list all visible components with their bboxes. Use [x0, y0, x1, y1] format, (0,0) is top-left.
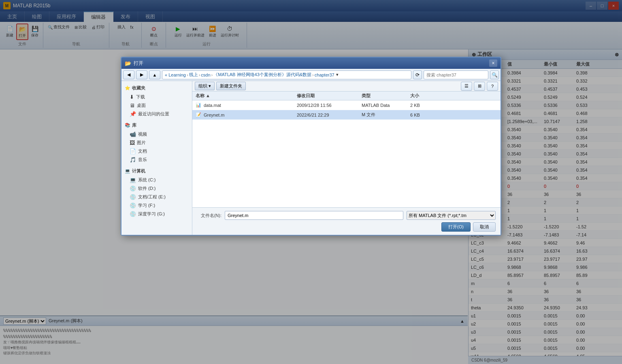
datamat-name: data.mat [204, 103, 221, 108]
dialog-bottom: 文件名(N): 所有 MATLAB 文件 (*.rpt;*.tm 打开(O) 取… [192, 207, 501, 235]
sidebar-item-desktop[interactable]: 🖥 桌面 [121, 101, 192, 110]
c-drive-icon: 💻 [130, 177, 136, 183]
sidebar-section-favorites: ⭐ 收藏夹 [121, 83, 192, 93]
sidebar-item-recent[interactable]: 📌 最近访问的位置 [121, 110, 192, 118]
favorites-label: 收藏夹 [132, 85, 145, 91]
file-cell-name-datamat: 📊 data.mat [192, 102, 294, 108]
dfh-name[interactable]: 名称 ▲ [192, 93, 294, 99]
sidebar-item-downloads[interactable]: ⬇ 下载 [121, 93, 192, 101]
f-drive-icon: 💿 [130, 202, 136, 209]
c-drive-label: 系统 (C:) [138, 177, 156, 183]
path-sep-3: › [211, 72, 213, 77]
music-icon: 🎵 [130, 157, 136, 163]
filename-label: 文件名(N): [197, 213, 222, 219]
pictures-icon: 🖼 [130, 140, 135, 146]
file-cell-type-greynet: M 文件 [358, 112, 407, 118]
path-segment-learning[interactable]: « Learning [165, 72, 186, 77]
pictures-label: 图片 [137, 140, 146, 146]
dialog-title: 打开 [134, 60, 489, 67]
filetype-select[interactable]: 所有 MATLAB 文件 (*.rpt;*.tm [407, 211, 496, 220]
file-cell-name-greynet: 📝 Greynet.m [192, 112, 294, 117]
path-segment-book[interactable]: 《MATLAB 神经网络43个案例分析》源代码&数据 [213, 72, 311, 78]
computer-label: 计算机 [132, 168, 145, 174]
dialog-path-bar: « Learning › 线上 › csdn › 《MATLAB 神经网络43个… [162, 70, 411, 79]
sidebar-item-video[interactable]: 📹 视频 [121, 130, 192, 138]
dialog-navbar: ◀ ▶ ▲ « Learning › 线上 › csdn › 《MATLAB 神… [121, 69, 501, 81]
sidebar-item-g[interactable]: 💿 深度学习 (G:) [121, 210, 192, 218]
file-cell-date-datamat: 2009/12/28 11:56 [294, 103, 358, 108]
f-drive-label: 学习 (F:) [138, 202, 155, 209]
dialog-cancel-button[interactable]: 取消 [473, 222, 496, 232]
dfh-type[interactable]: 类型 [358, 93, 407, 99]
view-buttons: ☰ ⊞ ? [461, 82, 498, 91]
dialog-titlebar: 📂 打开 × [121, 57, 501, 69]
dialog-search-button[interactable]: 🔍 [490, 70, 499, 79]
file-cell-size-datamat: 2 KB [407, 103, 439, 108]
dialog-sidebar: ⭐ 收藏夹 ⬇ 下载 🖥 桌面 📌 最近访问的位置 📚 [121, 81, 192, 235]
sidebar-item-documents[interactable]: 📄 文档 [121, 147, 192, 155]
datamat-icon: 📊 [196, 102, 201, 108]
sidebar-section-library: 📚 库 [121, 121, 192, 130]
dialog-folder-icon: 📂 [125, 60, 131, 66]
path-sep-2: › [199, 72, 200, 77]
dfh-date[interactable]: 修改日期 [294, 93, 358, 99]
library-label: 库 [132, 122, 136, 128]
greynet-icon: 📝 [196, 112, 201, 117]
dialog-refresh-button[interactable]: ⟳ [413, 70, 422, 79]
dialog-open-button[interactable]: 打开(O) [441, 222, 471, 232]
new-folder-button[interactable]: 新建文件夹 [216, 82, 246, 90]
sidebar-item-f[interactable]: 💿 学习 (F:) [121, 201, 192, 210]
file-row-greynet[interactable]: 📝 Greynet.m 2022/6/21 22:29 M 文件 6 KB [192, 110, 501, 120]
downloads-label: 下载 [136, 94, 145, 100]
view-list-button[interactable]: ☰ [461, 82, 472, 91]
video-label: 视频 [138, 131, 147, 137]
path-dropdown-icon[interactable]: ▾ [336, 72, 339, 77]
dialog-action-buttons: 打开(O) 取消 [441, 222, 496, 232]
file-cell-date-greynet: 2022/6/21 22:29 [294, 113, 358, 117]
dfh-size[interactable]: 大小 [407, 93, 439, 99]
dialog-close-button[interactable]: × [489, 60, 497, 67]
filename-row: 文件名(N): 所有 MATLAB 文件 (*.rpt;*.tm [197, 211, 496, 220]
path-sep-4: › [312, 72, 314, 77]
desktop-label: 桌面 [137, 102, 146, 109]
path-segment-online[interactable]: 线上 [189, 72, 198, 78]
sidebar-item-pictures[interactable]: 🖼 图片 [121, 138, 192, 147]
library-icon: 📚 [125, 123, 130, 128]
file-cell-type-datamat: MATLAB Data [358, 103, 407, 108]
dialog-body: ⭐ 收藏夹 ⬇ 下载 🖥 桌面 📌 最近访问的位置 📚 [121, 81, 501, 235]
favorites-icon: ⭐ [125, 85, 130, 91]
filename-input[interactable] [225, 211, 403, 220]
d-drive-label: 软件 (D:) [138, 185, 156, 192]
sidebar-item-music[interactable]: 🎵 音乐 [121, 155, 192, 164]
documents-label: 文档 [138, 148, 147, 154]
video-icon: 📹 [130, 131, 136, 137]
greynet-name: Greynet.m [204, 113, 224, 117]
sidebar-item-d[interactable]: 💿 软件 (D:) [121, 184, 192, 193]
g-drive-icon: 💿 [130, 211, 136, 217]
e-drive-label: 文档/工程 (E:) [138, 194, 166, 200]
organize-button[interactable]: 组织 ▾ [195, 82, 215, 90]
recent-label: 最近访问的位置 [138, 111, 169, 117]
view-grid-button[interactable]: ⊞ [474, 82, 485, 91]
dialog-up-button[interactable]: ▲ [149, 70, 160, 79]
dialog-back-button[interactable]: ◀ [123, 70, 134, 79]
file-cell-size-greynet: 6 KB [407, 113, 439, 117]
path-sep-1: › [187, 72, 188, 77]
recent-icon: 📌 [130, 111, 136, 117]
path-segment-chapter[interactable]: chapter37 [315, 72, 334, 77]
music-label: 音乐 [138, 157, 147, 163]
path-segment-csdn[interactable]: csdn [201, 72, 210, 77]
file-row-datamat[interactable]: 📊 data.mat 2009/12/28 11:56 MATLAB Data … [192, 100, 501, 110]
view-help-button[interactable]: ? [487, 82, 498, 91]
dialog-forward-button[interactable]: ▶ [136, 70, 147, 79]
dialog-action-row: 打开(O) 取消 [197, 222, 496, 232]
open-file-dialog: 📂 打开 × ◀ ▶ ▲ « Learning › 线上 › csdn › 《M… [121, 57, 501, 236]
dialog-search-input[interactable] [424, 70, 488, 79]
documents-icon: 📄 [130, 148, 136, 154]
e-drive-icon: 💿 [130, 194, 136, 200]
sidebar-item-e[interactable]: 💿 文档/工程 (E:) [121, 193, 192, 201]
sidebar-item-c[interactable]: 💻 系统 (C:) [121, 176, 192, 184]
dialog-content-toolbar: 组织 ▾ 新建文件夹 ☰ ⊞ ? [192, 81, 501, 92]
g-drive-label: 深度学习 (G:) [138, 211, 165, 217]
dialog-file-header: 名称 ▲ 修改日期 类型 大小 [192, 92, 501, 100]
